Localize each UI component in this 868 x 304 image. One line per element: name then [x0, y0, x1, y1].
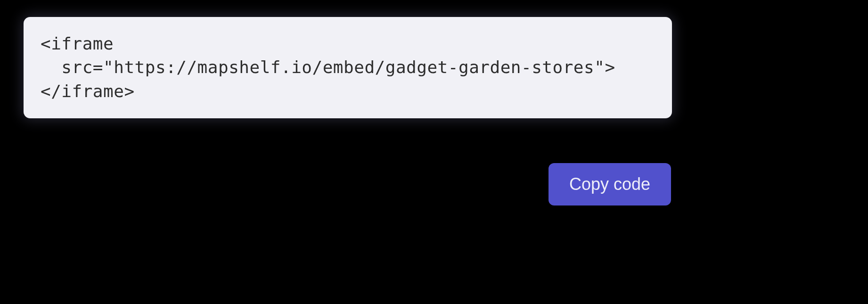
code-content: <iframe src="https://mapshelf.io/embed/g… — [41, 32, 655, 103]
copy-code-button[interactable]: Copy code — [549, 163, 671, 205]
code-block: <iframe src="https://mapshelf.io/embed/g… — [24, 17, 672, 118]
